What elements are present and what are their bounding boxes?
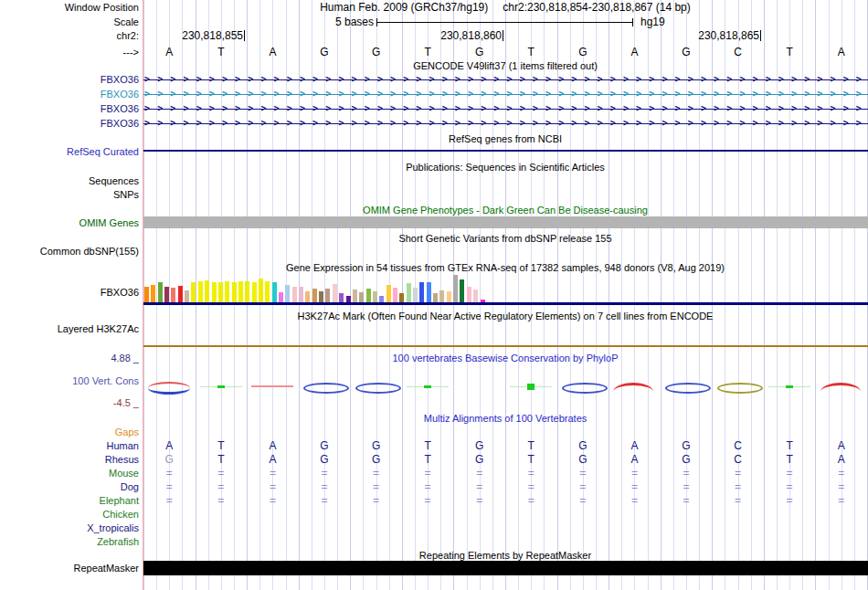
gtex-expression-bar[interactable] [292,287,297,302]
gtex-expression-bar[interactable] [325,289,330,302]
track-label-species-rhesus[interactable]: Rhesus [105,454,139,465]
gtex-expression-bar[interactable] [339,293,344,302]
gtex-expression-bar[interactable] [419,282,424,302]
gtex-expression-bar[interactable] [205,280,209,302]
track-label-species-human[interactable]: Human [107,440,139,451]
repeatmasker-element-bar[interactable] [143,561,868,575]
gtex-expression-bar[interactable] [218,282,223,302]
gtex-expression-bar[interactable] [386,285,391,302]
sequence-base: G [350,47,402,58]
gtex-expression-bar[interactable] [232,282,237,302]
gtex-expression-bar[interactable] [453,275,458,302]
track-label-species-dog[interactable]: Dog [121,481,139,492]
track-label-refseq-curated[interactable]: RefSeq Curated [67,146,139,157]
track-label-vert-cons[interactable]: 100 Vert. Cons [72,375,139,386]
gtex-expression-bar[interactable] [373,291,377,302]
track-label-species-gaps[interactable]: Gaps [115,427,139,437]
gtex-expression-bar[interactable] [225,281,229,302]
gtex-expression-bar[interactable] [379,296,384,302]
alignment-cell: = [764,468,816,479]
gtex-expression-bar[interactable] [439,290,444,302]
gtex-expression-bar[interactable] [467,287,471,302]
gtex-expression-bar[interactable] [353,290,357,302]
gene-strand-arrows[interactable]: >>>>>>>>>>>>>>>>>>>>>>>>>>>>>>>>>>>>>>>>… [144,74,868,85]
gtex-expression-bar[interactable] [245,281,249,302]
gtex-expression-bar[interactable] [319,291,323,302]
gtex-expression-bar[interactable] [447,291,451,302]
h3k27ac-signal-baseline[interactable] [143,345,868,347]
gtex-expression-bar[interactable] [346,296,351,302]
gtex-expression-bar[interactable] [481,300,485,302]
gtex-expression-bar[interactable] [279,292,283,302]
track-label-sequences[interactable]: Sequences [89,175,139,186]
gtex-expression-bar[interactable] [299,287,303,302]
conservation-glyph-dash-green[interactable] [768,383,810,390]
gene-strand-arrows[interactable]: >>>>>>>>>>>>>>>>>>>>>>>>>>>>>>>>>>>>>>>>… [144,89,868,100]
gtex-expression-bar[interactable] [333,284,337,302]
alignment-cell: = [402,468,454,479]
conservation-glyph-lens-blue[interactable] [665,383,711,394]
track-label-species-zebrafish[interactable]: Zebrafish [97,536,139,547]
gtex-expression-bar[interactable] [259,279,263,302]
gtex-expression-bar[interactable] [427,282,431,302]
gtex-expression-bar[interactable] [399,293,404,302]
gtex-expression-bar[interactable] [212,282,217,302]
conservation-glyph-dash-green[interactable] [200,383,242,390]
gtex-expression-bar[interactable] [393,288,397,302]
omim-gene-bar[interactable] [143,216,868,228]
track-label-species-elephant[interactable]: Elephant [100,495,139,506]
gtex-expression-bar[interactable] [433,293,438,302]
track-label-species-mouse[interactable]: Mouse [109,468,139,479]
gtex-expression-bar[interactable] [151,285,155,302]
gtex-expression-bar[interactable] [305,291,310,302]
alignment-cell: = [557,495,609,507]
conservation-glyph-dash-green[interactable] [407,383,449,390]
gtex-expression-bar[interactable] [144,287,149,302]
track-label-gtex-gene[interactable]: FBXO36 [101,287,139,298]
gtex-expression-bar[interactable] [407,283,411,302]
track-label-repeatmasker[interactable]: RepeatMasker [73,563,139,574]
alignment-cell: T [764,454,816,466]
conservation-glyph-lens-red-blue[interactable] [148,382,190,395]
gtex-expression-bar[interactable] [238,281,243,302]
track-label-gencode-gene[interactable]: FBXO36 [101,89,139,100]
conservation-glyph-lens-olive[interactable] [717,383,763,394]
gene-strand-arrows[interactable]: >>>>>>>>>>>>>>>>>>>>>>>>>>>>>>>>>>>>>>>>… [144,103,868,114]
track-label-gencode-gene[interactable]: FBXO36 [101,74,139,85]
gtex-expression-bar[interactable] [359,292,364,302]
gtex-expression-bar[interactable] [185,290,189,302]
gtex-expression-bar[interactable] [312,289,317,302]
gtex-expression-bar[interactable] [272,282,277,302]
gtex-expression-bar[interactable] [252,282,257,302]
gene-strand-arrows[interactable]: >>>>>>>>>>>>>>>>>>>>>>>>>>>>>>>>>>>>>>>>… [144,118,868,129]
track-label-species-chicken[interactable]: Chicken [102,509,139,520]
track-label-gencode-gene[interactable]: FBXO36 [101,118,139,129]
track-label-gencode-gene[interactable]: FBXO36 [101,103,139,114]
alignment-cell: A [609,440,661,452]
track-label-common-dbsnp[interactable]: Common dbSNP(155) [40,246,139,257]
gtex-expression-bar[interactable] [178,286,183,302]
sequence-base: T [196,47,248,58]
conservation-glyph-square-green[interactable] [510,383,552,390]
scale-label: Scale [113,16,139,27]
track-label-species-x_tropicalis[interactable]: X_tropicalis [87,522,139,533]
gtex-expression-bar[interactable] [158,282,163,302]
gtex-expression-bar[interactable] [164,287,169,302]
conservation-glyph-lens-blue[interactable] [355,383,401,394]
track-label-snps[interactable]: SNPs [113,189,139,200]
refseq-gene-line[interactable] [143,150,868,152]
gtex-expression-bar[interactable] [265,281,270,302]
conservation-glyph-line-red[interactable] [251,385,293,387]
conservation-glyph-lens-blue[interactable] [562,383,608,394]
gtex-expression-bar[interactable] [473,290,478,302]
gtex-expression-bar[interactable] [366,289,371,302]
gtex-expression-bar[interactable] [460,279,464,302]
gtex-expression-bar[interactable] [413,288,418,302]
gtex-expression-bar[interactable] [191,282,196,302]
gtex-expression-bar[interactable] [171,288,175,302]
track-label-layered-h3k27ac[interactable]: Layered H3K27Ac [58,323,139,334]
track-label-omim-genes[interactable]: OMIM Genes [79,217,139,228]
conservation-glyph-lens-blue[interactable] [303,383,349,394]
gtex-expression-bar[interactable] [285,285,290,302]
gtex-expression-bar[interactable] [198,281,203,302]
